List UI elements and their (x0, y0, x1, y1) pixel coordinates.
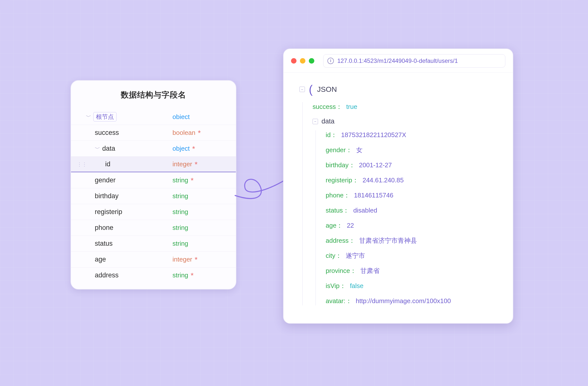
json-value: 2001-12-27 (359, 161, 392, 169)
colon: ： (335, 251, 342, 260)
schema-row[interactable]: ⋮⋮statusstring (71, 236, 236, 251)
json-field-row[interactable]: gender：女 (326, 146, 501, 154)
json-field-row[interactable]: address：甘肃省济宁市青神县 (326, 236, 501, 245)
json-value: 甘肃省 (360, 266, 380, 275)
schema-title: 数据结构与字段名 (71, 90, 236, 100)
json-field-row[interactable]: isVip：false (326, 282, 501, 290)
url-text: 127.0.0.1:4523/m1/2449049-0-default/user… (337, 57, 458, 64)
json-key: isVip (326, 282, 340, 290)
schema-row[interactable]: ⋮⋮addressstring* (71, 267, 236, 283)
schema-row[interactable]: ⋮⋮birthdaystring (71, 188, 236, 204)
schema-name-cell: success (86, 129, 172, 137)
colon: ： (336, 221, 343, 230)
colon: ： (343, 191, 350, 200)
json-root-label: JSON (317, 85, 337, 94)
json-value: false (350, 282, 364, 290)
field-name: address (95, 271, 119, 279)
field-type: object (172, 145, 190, 152)
json-field-row[interactable]: province：甘肃省 (326, 266, 501, 275)
field-type: string (172, 271, 188, 279)
json-key: status (326, 207, 343, 214)
json-field-row[interactable]: birthday：2001-12-27 (326, 161, 501, 169)
json-root-row[interactable]: − ( JSON (299, 83, 501, 96)
json-field-row[interactable]: city：遂宁市 (326, 251, 501, 260)
required-star-icon: * (191, 177, 194, 184)
json-value: 22 (347, 222, 354, 229)
json-field-row[interactable]: status：disabled (326, 206, 501, 215)
json-value: 18146115746 (354, 192, 393, 199)
schema-row[interactable]: ⋮⋮﹀dataobject* (71, 141, 236, 156)
field-name: gender (95, 176, 116, 184)
schema-row[interactable]: ⋮⋮genderstring* (71, 172, 236, 188)
field-type: string (172, 240, 188, 247)
schema-row[interactable]: ⋮⋮idinteger* (71, 156, 236, 172)
schema-type-cell: string (172, 192, 229, 200)
schema-type-cell: boolean* (172, 129, 229, 137)
json-field-row[interactable]: id：18753218221120527X (326, 131, 501, 139)
json-field-row[interactable]: registerip：244.61.240.85 (326, 176, 501, 185)
schema-type-cell: obiect (172, 113, 229, 121)
schema-type-cell: string* (172, 176, 229, 184)
json-data-subtree: id：18753218221120527Xgender：女birthday：20… (316, 131, 501, 305)
json-key: address (326, 237, 349, 244)
colon: ： (346, 146, 352, 154)
chevron-down-icon[interactable]: ﹀ (86, 113, 91, 121)
json-key: province (326, 267, 350, 275)
field-name: success (95, 129, 119, 137)
traffic-lights (291, 58, 314, 64)
json-value: 甘肃省济宁市青神县 (359, 236, 417, 245)
browser-bar: i 127.0.0.1:4523/m1/2449049-0-default/us… (284, 49, 513, 73)
json-field-row[interactable]: success：true (313, 102, 501, 111)
drag-handle-icon[interactable]: ⋮⋮ (78, 161, 86, 167)
schema-row[interactable]: ⋮⋮﹀根节点obiect (71, 109, 236, 125)
traffic-min-icon[interactable] (300, 58, 305, 64)
json-key: registerip (326, 176, 352, 184)
schema-name-cell: ﹀data (86, 145, 172, 152)
schema-name-cell: registerip (86, 208, 172, 216)
schema-row[interactable]: ⋮⋮successboolean* (71, 125, 236, 141)
traffic-close-icon[interactable] (291, 58, 296, 64)
root-badge: 根节点 (93, 112, 117, 121)
field-type: integer (172, 160, 192, 168)
schema-name-cell: gender (86, 176, 172, 184)
schema-row[interactable]: ⋮⋮phonestring (71, 220, 236, 236)
schema-type-cell: object* (172, 145, 229, 152)
required-star-icon: * (195, 161, 198, 168)
json-field-row[interactable]: age：22 (326, 221, 501, 230)
schema-name-cell: phone (86, 224, 172, 232)
collapse-icon[interactable]: − (313, 119, 318, 124)
json-value: 18753218221120527X (341, 131, 406, 139)
colon: ： (343, 206, 349, 215)
json-data-label: data (321, 118, 335, 125)
required-star-icon: * (192, 145, 195, 152)
field-name: phone (95, 224, 113, 232)
json-field-row[interactable]: avatar:：http://dummyimage.com/100x100 (326, 297, 501, 305)
schema-name-cell: ﹀根节点 (86, 112, 172, 121)
field-name: id (105, 160, 110, 168)
json-key: success (313, 103, 336, 111)
field-name: age (95, 256, 106, 263)
schema-name-cell: birthday (86, 192, 172, 200)
browser-window: i 127.0.0.1:4523/m1/2449049-0-default/us… (283, 48, 513, 324)
schema-card: 数据结构与字段名 ⋮⋮﹀根节点obiect⋮⋮successboolean*⋮⋮… (71, 80, 236, 290)
chevron-down-icon[interactable]: ﹀ (95, 145, 100, 152)
schema-row[interactable]: ⋮⋮registeripstring (71, 204, 236, 220)
json-key: avatar: (326, 297, 345, 305)
address-bar[interactable]: i 127.0.0.1:4523/m1/2449049-0-default/us… (323, 54, 505, 68)
field-name: status (95, 240, 113, 247)
colon: ： (349, 161, 355, 169)
collapse-icon[interactable]: − (299, 87, 305, 92)
field-type: string (172, 192, 188, 200)
schema-type-cell: string (172, 208, 229, 216)
json-value: http://dummyimage.com/100x100 (356, 297, 451, 305)
json-field-row[interactable]: phone：18146115746 (326, 191, 501, 200)
field-type: string (172, 208, 188, 216)
required-star-icon: * (198, 129, 201, 137)
json-value: disabled (353, 207, 377, 214)
colon: ： (345, 297, 352, 305)
traffic-max-icon[interactable] (309, 58, 314, 64)
schema-row[interactable]: ⋮⋮ageinteger* (71, 251, 236, 267)
json-value: 遂宁市 (346, 251, 365, 260)
field-type: obiect (172, 113, 190, 121)
json-data-row[interactable]: − data (313, 118, 501, 125)
